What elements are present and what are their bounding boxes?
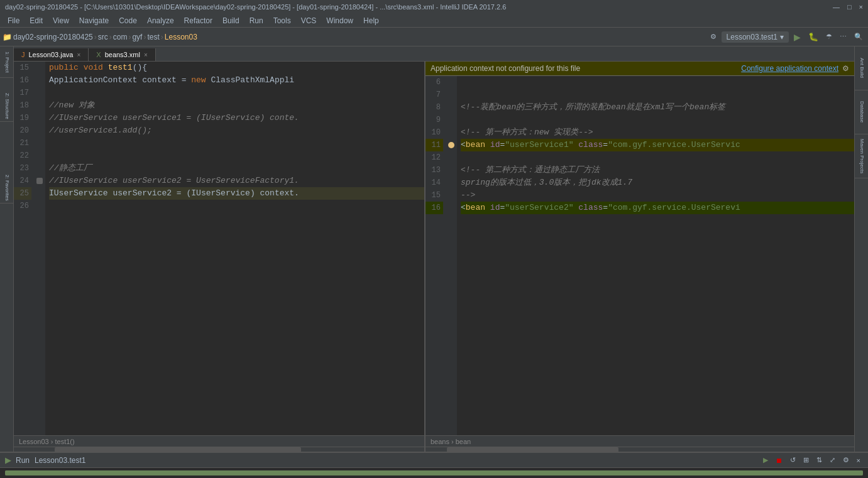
menu-item-build[interactable]: Build (217, 15, 244, 26)
xml-tab-close[interactable]: × (144, 52, 148, 58)
menu-bar: FileEditViewNavigateCodeAnalyzeRefactorB… (0, 14, 868, 28)
xml-tab-label: beans3.xml (105, 51, 140, 58)
xml-line-13: <!-- 第二种方式：通过静态工厂方法 (461, 164, 854, 177)
run-config-selector[interactable]: Lesson03.test1 ▾ (722, 31, 789, 43)
right-sidebar: Ant Build Database Maven Projects (854, 46, 868, 452)
xml-line-11: <bean id="userService1" class="com.gyf.s… (461, 139, 854, 151)
menu-item-file[interactable]: File (3, 15, 25, 26)
code-line-15: public void test1(){ (49, 62, 424, 74)
menu-item-tools[interactable]: Tools (268, 15, 296, 26)
breadcrumb-project[interactable]: 📁 (3, 33, 12, 41)
search-everywhere-btn[interactable]: 🔍 (852, 31, 865, 42)
code-line-24: //IUserService userService2 = UserSerevi… (49, 175, 424, 187)
code-line-18: //new 对象 (49, 99, 424, 112)
run-tab-name[interactable]: Lesson03.test1 (35, 456, 85, 465)
java-tab-close[interactable]: × (77, 52, 80, 58)
sidebar-tab-database[interactable]: Database (855, 90, 868, 134)
xml-line-9 (461, 114, 854, 126)
run-rerun-btn[interactable]: ↺ (788, 455, 798, 465)
menu-item-analyze[interactable]: Analyze (142, 15, 179, 26)
code-line-21 (49, 137, 424, 149)
title-text: day02-spring-20180425 - [C:\Users\10301\… (5, 3, 506, 11)
editor-area: J Lesson03.java × X beans3.xml × 15 16 1… (14, 46, 854, 452)
run-header: ▶ Run Lesson03.test1 ▶ ⏹ ↺ ⊞ ⇅ ⤢ ⚙ × (0, 453, 868, 468)
breadcrumb-day02[interactable]: day02-spring-20180425 (13, 33, 93, 41)
settings-btn[interactable]: ⚙ (708, 31, 719, 42)
xml-line-numbers: 6 7 8 9 10 11 12 13 14 15 16 (426, 76, 446, 435)
run-play-btn[interactable]: ▶ (761, 455, 771, 465)
xml-breadcrumb: beans › bean (431, 438, 471, 445)
xml-hscrollbar[interactable] (426, 447, 854, 452)
sidebar-tab-favorites[interactable]: 2: Favorites (0, 172, 14, 204)
code-line-26 (49, 200, 424, 212)
java-gutter (34, 62, 45, 435)
sidebar-tab-structure[interactable]: Z: Structure (0, 90, 14, 122)
run-button[interactable]: ▶ (791, 31, 803, 43)
sidebar-tab-maven[interactable]: Maven Projects (855, 134, 868, 178)
close-btn[interactable]: × (859, 3, 863, 11)
run-progress-bar (5, 470, 863, 475)
left-sidebar: 1: Project Z: Structure 2: Favorites (0, 46, 14, 452)
menu-item-view[interactable]: View (48, 15, 74, 26)
menu-item-help[interactable]: Help (358, 15, 384, 26)
xml-tab-icon: X (96, 51, 101, 58)
run-label: ▶ (5, 456, 11, 465)
code-line-19: //IUserService userService1 = (IUserServ… (49, 112, 424, 124)
java-code-area[interactable]: 15 16 17 18 19 20 21 22 23 24 25 26 (14, 62, 424, 435)
split-editor: 15 16 17 18 19 20 21 22 23 24 25 26 (14, 62, 854, 452)
run-filter-btn[interactable]: ⊞ (801, 455, 811, 465)
xml-tab[interactable]: X beans3.xml × (89, 48, 155, 61)
sidebar-tab-project[interactable]: 1: Project (0, 46, 14, 78)
menu-item-window[interactable]: Window (321, 15, 358, 26)
code-line-16: ApplicationContext context = new ClassPa… (49, 74, 424, 87)
run-settings-btn[interactable]: ⚙ (840, 455, 852, 465)
menu-item-code[interactable]: Code (114, 15, 142, 26)
chevron-down-icon: ▾ (780, 33, 784, 41)
run-expand-btn[interactable]: ⤢ (827, 455, 838, 465)
menu-item-edit[interactable]: Edit (25, 15, 48, 26)
xml-status-bar: beans › bean (426, 435, 854, 447)
code-line-25: IUserService userService2 = (IUserServic… (49, 187, 424, 200)
java-editor: 15 16 17 18 19 20 21 22 23 24 25 26 (14, 62, 426, 452)
notification-text: Application context not configured for t… (431, 64, 580, 73)
xml-gutter (446, 76, 457, 435)
menu-item-refactor[interactable]: Refactor (179, 15, 217, 26)
debug-button[interactable]: 🐛 (806, 31, 821, 43)
notification-gear-icon[interactable]: ⚙ (842, 64, 849, 73)
toolbar: 📁 day02-spring-20180425 › src › com › gy… (0, 28, 868, 46)
java-line-numbers: 15 16 17 18 19 20 21 22 23 24 25 26 (14, 62, 34, 435)
run-title: Run (16, 456, 30, 465)
breadcrumb-gyf[interactable]: gyf (132, 33, 142, 41)
editor-tabs: J Lesson03.java × X beans3.xml × (14, 46, 854, 62)
breadcrumb-lesson03[interactable]: Lesson03 (165, 33, 197, 41)
breadcrumb-com[interactable]: com (113, 33, 128, 41)
run-config-name: Lesson03.test1 (727, 33, 777, 41)
xml-code-content[interactable]: <!--装配bean的三种方式，所谓的装配bean就是在xml写一个bean标签… (457, 76, 854, 435)
xml-line-15: --> (461, 189, 854, 202)
java-tab-label: Lesson03.java (29, 51, 74, 58)
window-controls[interactable]: — □ × (833, 3, 863, 11)
java-code-content[interactable]: public void test1(){ ApplicationContext … (45, 62, 424, 435)
sidebar-tab-ant[interactable]: Ant Build (855, 46, 868, 90)
run-stop-btn[interactable]: ⏹ (773, 455, 785, 465)
main-layout: 1: Project Z: Structure 2: Favorites J L… (0, 46, 868, 452)
xml-code-area[interactable]: 6 7 8 9 10 11 12 13 14 15 16 (426, 76, 854, 435)
breadcrumb-test[interactable]: test (147, 33, 159, 41)
java-tab[interactable]: J Lesson03.java × (14, 48, 89, 61)
more-run-btn[interactable]: ⋯ (837, 31, 849, 42)
code-line-23: //静态工厂 (49, 162, 424, 175)
menu-item-run[interactable]: Run (244, 15, 268, 26)
maximize-btn[interactable]: □ (847, 3, 852, 11)
java-breadcrumb: Lesson03 › test1() (19, 438, 75, 445)
java-hscrollbar[interactable] (14, 447, 424, 452)
coverage-button[interactable]: ☂ (823, 31, 835, 42)
xml-line-6 (461, 76, 854, 89)
breadcrumb-src[interactable]: src (98, 33, 108, 41)
menu-item-vcs[interactable]: VCS (296, 15, 322, 26)
minimize-btn[interactable]: — (833, 3, 840, 11)
run-sort-btn[interactable]: ⇅ (814, 455, 825, 465)
configure-link[interactable]: Configure application context (741, 64, 838, 73)
run-close-btn[interactable]: × (854, 455, 863, 465)
xml-line-10: <!-- 第一种方式：new 实现类--> (461, 126, 854, 139)
menu-item-navigate[interactable]: Navigate (74, 15, 114, 26)
